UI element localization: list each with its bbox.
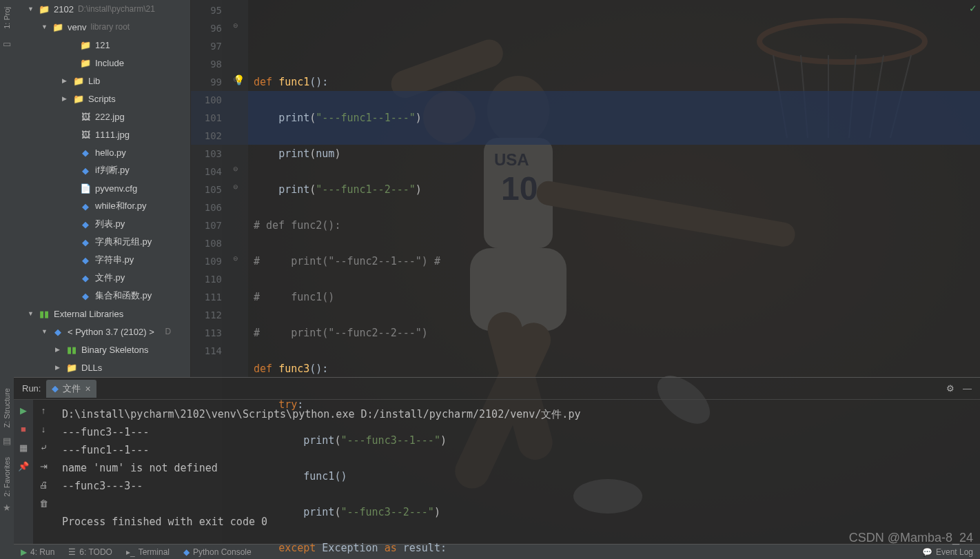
tree-path: D:\install\pycharm\21 bbox=[78, 4, 155, 14]
chevron-down-icon: ▼ bbox=[41, 23, 48, 30]
run-tool-tab[interactable]: ▶4: Run bbox=[21, 547, 54, 557]
python-icon: ◆ bbox=[183, 547, 190, 557]
left-sidebar: 1: Proj ▭ bbox=[0, 0, 14, 377]
list-icon: ☰ bbox=[68, 547, 76, 557]
tree-venv[interactable]: ▼ 📁 venv library root bbox=[14, 18, 190, 36]
folder-icon: 📁 bbox=[80, 58, 91, 68]
tree-root[interactable]: ▼ 📁 2102 D:\install\pycharm\21 bbox=[14, 0, 190, 18]
python-file-icon: ◆ bbox=[80, 255, 91, 265]
tree-file[interactable]: ◆列表.py bbox=[14, 215, 190, 233]
line-gutter: 9596979899100101102103104105106107108109… bbox=[191, 0, 229, 377]
scroll-icon[interactable]: ⇥ bbox=[40, 461, 48, 471]
up-icon[interactable]: ↑ bbox=[41, 405, 46, 416]
todo-tool-tab[interactable]: ☰6: TODO bbox=[68, 547, 112, 557]
tree-file[interactable]: ◆while和for.py bbox=[14, 197, 190, 215]
chevron-down-icon: ▼ bbox=[41, 328, 48, 335]
terminal-tool-tab[interactable]: ▸_Terminal bbox=[126, 547, 170, 557]
fold-icon[interactable]: ⊖ bbox=[233, 22, 238, 29]
fold-icon[interactable]: ⊖ bbox=[233, 255, 238, 262]
python-file-icon: ◆ bbox=[80, 219, 91, 230]
tree-file[interactable]: ◆集合和函数.py bbox=[14, 287, 190, 305]
folder-icon: 📁 bbox=[73, 76, 84, 86]
tree-file[interactable]: ◆字典和元组.py bbox=[14, 233, 190, 251]
tree-folder[interactable]: ▶▮▮Binary Skeletons bbox=[14, 341, 190, 358]
structure-icon[interactable]: ▤ bbox=[3, 436, 11, 446]
tree-file[interactable]: ◆字符串.py bbox=[14, 251, 190, 269]
python-file-icon: ◆ bbox=[80, 273, 91, 283]
python-file-icon: ◆ bbox=[80, 291, 91, 301]
run-label: Run: bbox=[22, 383, 41, 394]
tree-label: 2102 bbox=[54, 4, 74, 14]
library-icon: ▮▮ bbox=[66, 345, 77, 355]
code-editor[interactable]: ✓ 95969798991001011021031041051061071081… bbox=[191, 0, 980, 377]
check-icon: ✓ bbox=[969, 3, 977, 14]
python-file-icon: ◆ bbox=[80, 148, 91, 158]
close-icon[interactable]: × bbox=[85, 383, 90, 394]
terminal-icon: ▸_ bbox=[126, 547, 135, 557]
python-file-icon: ◆ bbox=[52, 383, 59, 394]
run-toolbar-left: ▶ ■ ▦ 📌 bbox=[14, 400, 33, 545]
tree-file[interactable]: ◆文件.py bbox=[14, 269, 190, 287]
pyconsole-tool-tab[interactable]: ◆Python Console bbox=[183, 547, 252, 557]
down-icon[interactable]: ↓ bbox=[41, 424, 46, 434]
chevron-right-icon: ▶ bbox=[62, 95, 69, 102]
wrap-icon[interactable]: ⤶ bbox=[40, 443, 48, 453]
star-icon[interactable]: ★ bbox=[3, 502, 11, 513]
tree-file[interactable]: 🖼1111.jpg bbox=[14, 125, 190, 143]
fold-icon[interactable]: ⊖ bbox=[233, 183, 238, 190]
trash-icon[interactable]: 🗑 bbox=[39, 498, 48, 509]
library-icon: ▮▮ bbox=[39, 309, 50, 319]
run-config-tab[interactable]: ◆ 文件 × bbox=[46, 380, 96, 398]
file-icon: 📄 bbox=[80, 183, 91, 194]
folder-icon: 📁 bbox=[52, 22, 63, 32]
tree-file[interactable]: 🖼222.jpg bbox=[14, 108, 190, 125]
collapse-icon[interactable]: ▭ bbox=[3, 39, 11, 49]
folder-icon: 📁 bbox=[66, 363, 77, 373]
chevron-down-icon: ▼ bbox=[28, 6, 34, 12]
tree-folder[interactable]: ▶📁Lib bbox=[14, 72, 190, 90]
left-sidebar-bottom: Z: Structure ▤ 2: Favorites ★ bbox=[0, 377, 14, 559]
project-tree: ▼ 📁 2102 D:\install\pycharm\21 ▼ 📁 venv … bbox=[14, 0, 191, 377]
folder-icon: 📁 bbox=[80, 40, 91, 50]
chevron-right-icon: ▶ bbox=[55, 346, 62, 353]
image-file-icon: 🖼 bbox=[80, 112, 91, 122]
chevron-down-icon: ▼ bbox=[28, 310, 34, 317]
tree-file[interactable]: ◆hello.py bbox=[14, 143, 190, 161]
folder-icon: 📁 bbox=[39, 4, 50, 14]
play-icon: ▶ bbox=[21, 547, 27, 557]
structure-tab[interactable]: Z: Structure bbox=[1, 384, 12, 431]
layout-icon[interactable]: ▦ bbox=[19, 443, 28, 453]
print-icon[interactable]: 🖨 bbox=[39, 480, 48, 490]
fold-icon[interactable]: ⊖ bbox=[233, 165, 238, 172]
python-file-icon: ◆ bbox=[80, 201, 91, 212]
tree-python[interactable]: ▼◆< Python 3.7 (2102) > D bbox=[14, 323, 190, 341]
stop-icon[interactable]: ■ bbox=[21, 424, 26, 434]
project-tab[interactable]: 1: Proj bbox=[1, 3, 12, 33]
python-file-icon: ◆ bbox=[80, 165, 91, 176]
favorites-tab[interactable]: 2: Favorites bbox=[1, 453, 12, 500]
run-toolbar-secondary: ↑ ↓ ⤶ ⇥ 🖨 🗑 bbox=[33, 400, 54, 545]
tree-folder[interactable]: 📁Include bbox=[14, 54, 190, 72]
python-icon: ◆ bbox=[52, 327, 63, 337]
rerun-icon[interactable]: ▶ bbox=[20, 405, 27, 416]
tree-file[interactable]: 📄pyvenv.cfg bbox=[14, 179, 190, 197]
chevron-right-icon: ▶ bbox=[62, 77, 69, 84]
image-file-icon: 🖼 bbox=[80, 130, 91, 140]
tree-file[interactable]: ◆if判断.py bbox=[14, 161, 190, 179]
fold-gutter: 💡 ⊖ ⊖ ⊖ ⊖ ⊖ bbox=[229, 0, 248, 377]
code-content[interactable]: def func1(): print("---func1--1---") pri… bbox=[248, 0, 980, 377]
python-file-icon: ◆ bbox=[80, 237, 91, 247]
folder-icon: 📁 bbox=[73, 94, 84, 104]
tree-folder[interactable]: ▶📁Scripts bbox=[14, 90, 190, 108]
fold-icon[interactable]: ⊖ bbox=[233, 76, 238, 83]
pin-icon[interactable]: 📌 bbox=[18, 461, 29, 471]
tree-folder[interactable]: ▶📁DLLs bbox=[14, 358, 190, 376]
chevron-right-icon: ▶ bbox=[55, 364, 62, 371]
tree-extlib[interactable]: ▼▮▮External Libraries bbox=[14, 305, 190, 323]
tree-folder[interactable]: 📁121 bbox=[14, 36, 190, 54]
